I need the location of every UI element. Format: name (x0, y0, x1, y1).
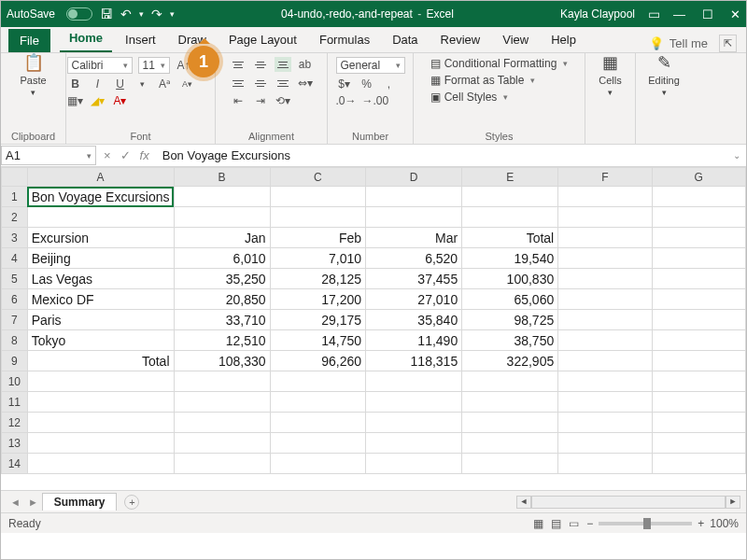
cell[interactable] (174, 454, 270, 474)
cell[interactable] (27, 454, 174, 474)
cell[interactable] (270, 454, 366, 474)
cell[interactable] (652, 289, 745, 310)
cell[interactable] (652, 392, 745, 413)
cell[interactable] (27, 207, 174, 228)
align-center-icon[interactable] (252, 76, 269, 91)
cell[interactable]: 96,260 (270, 351, 366, 371)
underline-button[interactable]: U (112, 77, 129, 91)
cell[interactable]: 14,750 (270, 330, 366, 351)
cell[interactable] (366, 454, 462, 474)
cell[interactable] (558, 207, 652, 228)
user-name[interactable]: Kayla Claypool (560, 7, 635, 21)
expand-formula-icon[interactable]: ⌄ (727, 150, 746, 161)
wrap-text-icon[interactable]: ab (297, 58, 314, 71)
autosave-toggle[interactable] (66, 7, 92, 21)
enter-formula-icon[interactable]: ✓ (120, 148, 131, 162)
cell[interactable]: 118,315 (366, 351, 462, 371)
cell[interactable]: 98,725 (462, 310, 558, 330)
cell[interactable] (27, 371, 174, 392)
font-name-select[interactable]: Calibri (67, 57, 133, 74)
share-button[interactable]: ⇱ (719, 35, 737, 52)
col-header[interactable]: F (558, 168, 652, 187)
cell[interactable] (558, 289, 652, 310)
cell[interactable] (652, 269, 745, 289)
sheet-tab-summary[interactable]: Summary (42, 493, 118, 511)
cell[interactable]: 33,710 (174, 310, 270, 330)
cell[interactable] (174, 371, 270, 392)
cell[interactable]: 6,010 (174, 248, 270, 269)
decrease-indent-icon[interactable]: ⇤ (230, 94, 247, 107)
cell[interactable] (558, 433, 652, 454)
cell[interactable]: Mar (366, 228, 462, 248)
currency-icon[interactable]: $▾ (336, 77, 353, 91)
cell[interactable] (652, 371, 745, 392)
cell[interactable] (558, 248, 652, 269)
cell[interactable] (558, 269, 652, 289)
align-bottom-icon[interactable] (275, 57, 291, 72)
cell[interactable] (652, 248, 745, 269)
cell[interactable] (366, 371, 462, 392)
ribbon-options-icon[interactable]: ▭ (648, 7, 660, 21)
undo-dropdown-icon[interactable]: ▾ (139, 9, 144, 19)
zoom-slider[interactable] (599, 522, 692, 525)
cell[interactable] (270, 413, 366, 433)
cell[interactable]: 37,455 (366, 269, 462, 289)
borders-icon[interactable]: ▦▾ (67, 94, 84, 107)
cell[interactable] (366, 187, 462, 207)
save-icon[interactable]: 🖫 (100, 7, 113, 21)
cell[interactable] (270, 207, 366, 228)
cell[interactable] (27, 392, 174, 413)
row-header[interactable]: 3 (2, 228, 28, 248)
cell[interactable] (174, 433, 270, 454)
cell[interactable]: 29,175 (270, 310, 366, 330)
tab-review[interactable]: Review (431, 29, 490, 52)
bold-button[interactable]: B (67, 77, 84, 91)
cell[interactable]: 6,520 (366, 248, 462, 269)
row-header[interactable]: 6 (2, 289, 28, 310)
redo-icon[interactable]: ↷ (151, 7, 162, 21)
undo-icon[interactable]: ↶ (120, 7, 132, 21)
qa-customize-icon[interactable]: ▾ (170, 9, 175, 19)
cell[interactable] (174, 413, 270, 433)
cell[interactable] (558, 187, 652, 207)
cell[interactable] (366, 433, 462, 454)
align-middle-icon[interactable] (252, 57, 269, 72)
cell[interactable] (462, 392, 558, 413)
cell[interactable]: 11,490 (366, 330, 462, 351)
row-header[interactable]: 11 (2, 392, 28, 413)
zoom-out-button[interactable]: − (586, 517, 593, 530)
view-normal-icon[interactable]: ▦ (533, 517, 543, 530)
tab-formulas[interactable]: Formulas (310, 29, 379, 52)
cell[interactable] (558, 371, 652, 392)
cell[interactable]: 65,060 (462, 289, 558, 310)
cell[interactable] (366, 392, 462, 413)
cell[interactable]: Total (462, 228, 558, 248)
row-header[interactable]: 13 (2, 433, 28, 454)
sheet-nav-next[interactable]: ► (24, 497, 42, 508)
cell[interactable] (652, 187, 745, 207)
underline-dropdown-icon[interactable]: ▾ (134, 79, 151, 89)
cell[interactable] (174, 207, 270, 228)
col-header[interactable]: C (270, 168, 366, 187)
comma-icon[interactable]: , (381, 77, 398, 91)
row-header[interactable]: 10 (2, 371, 28, 392)
col-header[interactable]: A (27, 168, 174, 187)
cell[interactable]: Mexico DF (27, 289, 174, 310)
col-header[interactable]: D (366, 168, 462, 187)
conditional-formatting-button[interactable]: ▤Conditional Formatting (430, 57, 569, 70)
cell[interactable] (27, 413, 174, 433)
cell[interactable]: 322,905 (462, 351, 558, 371)
cells-button[interactable]: ▦Cells▾ (594, 57, 627, 92)
cell[interactable]: Jan (174, 228, 270, 248)
col-header[interactable]: E (462, 168, 558, 187)
tab-file[interactable]: File (8, 29, 50, 52)
cell[interactable]: Feb (270, 228, 366, 248)
cell[interactable] (174, 392, 270, 413)
cell[interactable] (462, 413, 558, 433)
cell[interactable] (652, 454, 745, 474)
paste-button[interactable]: 📋 Paste ▾ (17, 57, 50, 92)
fill-color-icon[interactable]: ◢▾ (90, 94, 106, 107)
cell[interactable]: Paris (27, 310, 174, 330)
cell[interactable] (558, 392, 652, 413)
increase-font-a[interactable]: Aᵃ (157, 77, 174, 91)
